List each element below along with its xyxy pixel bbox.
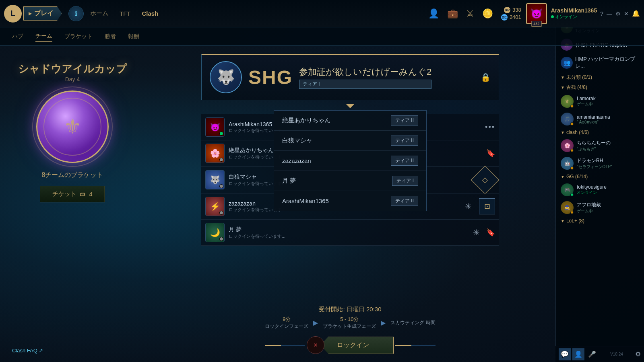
cancel-button[interactable]: × — [307, 336, 324, 354]
sidebar-user-afro[interactable]: 🧙 アフロ地蔵 ゲーム中 — [556, 199, 644, 216]
phase-arrow-2: ▶ — [381, 319, 386, 327]
player-row-4[interactable]: ArashiMikan1365 ティア II — [274, 191, 426, 211]
amami-info: amamiamaama " Αφύπνιση" — [577, 114, 639, 124]
loot-icon[interactable]: 🪙 — [482, 8, 493, 19]
section-header-uncategorized[interactable]: ▼ 未分類 (0/1) — [556, 72, 644, 82]
subnav-reward[interactable]: 報酬 — [128, 31, 139, 42]
chat-icon-btn[interactable]: 💬 — [559, 348, 571, 360]
progress-fill-left — [265, 345, 281, 346]
player-name-2: zazazazan — [282, 157, 311, 164]
position-icon-3: ⊡ — [479, 198, 495, 214]
member-status-online — [219, 132, 223, 136]
asterisk-icon-4[interactable]: ✳ — [473, 228, 480, 237]
subnav-winner[interactable]: 勝者 — [105, 31, 116, 42]
be-icon: BE — [501, 14, 508, 21]
bell-icon[interactable]: 🔔 — [632, 10, 640, 17]
player-name-1: 白狼マシャ — [282, 137, 312, 144]
sidebar-user-lamorak[interactable]: 🗡 Lamorak ゲーム中 — [556, 93, 644, 110]
player-row-2[interactable]: zazazazan ティア II — [274, 151, 426, 171]
diamond-position-icon-2: ◇ — [471, 166, 500, 194]
progress-fill-right — [395, 345, 411, 346]
help-button[interactable]: ? — [600, 10, 603, 17]
ticket-button[interactable]: チケット 🎟 4 — [40, 186, 105, 202]
bookmark-icon-4[interactable]: 🔖 — [486, 228, 495, 237]
arrow-uncategorized: ▼ — [561, 75, 565, 80]
member-actions-4: ✳ 🔖 — [473, 228, 495, 237]
minimize-button[interactable]: — — [607, 10, 612, 17]
nav-home[interactable]: ホーム — [90, 8, 108, 19]
ticket-icon: 🎟 — [80, 191, 86, 197]
dots-icon-0[interactable]: ••• — [485, 123, 495, 132]
notification-icon[interactable]: ℹ — [68, 6, 84, 21]
member-avatar-0: 😈 — [205, 117, 225, 137]
team-full-name: 参加証が欲しいだけげーみんぐ2 — [299, 66, 431, 78]
window-controls: ? — ⚙ ✕ — [600, 10, 629, 17]
doramon-status: "セラフィーンOTP" — [577, 164, 639, 170]
subnav: ハブ チーム ブラケット 勝者 報酬 — [0, 27, 644, 46]
subnav-bracket[interactable]: ブラケット — [64, 31, 93, 42]
tier-badge-2: ティア II — [391, 156, 418, 166]
section-label-gg: GG (6/14) — [566, 174, 588, 179]
sidebar-group-hmp[interactable]: 👥 HMP ハッピーマカロンプレ... — [556, 53, 644, 72]
mic-icon-btn[interactable]: 🎤 — [586, 348, 598, 360]
sidebar-avatar-afro: 🧙 — [561, 201, 574, 214]
chirachin-info: ちらちんちーの "ぷちもぎ" — [577, 140, 639, 152]
tier-badge-0: ティア II — [391, 115, 418, 125]
play-button[interactable]: プレイ — [23, 6, 62, 21]
profile-icon[interactable]: 👤 — [428, 8, 439, 19]
close-button[interactable]: ✕ — [624, 10, 629, 17]
subnav-hub[interactable]: ハブ — [12, 31, 23, 42]
nav-clash[interactable]: Clash — [142, 8, 159, 19]
player-name-4: ArashiMikan1365 — [282, 197, 329, 204]
amami-status: " Αφύπνιση" — [577, 120, 639, 124]
phase1-label: ロックインフェーズ — [265, 323, 308, 330]
phase2-time: 5 - 10分 — [323, 316, 376, 323]
lock-in-button[interactable]: ロックイン — [320, 337, 394, 354]
status-dot-online — [551, 15, 554, 18]
main-content: シャドウアイルカップ Day 4 8チームのブラケット チケット 🎟 4 🐺 S… — [0, 46, 555, 362]
tier-badge-3: ティア I — [392, 176, 418, 186]
player-row-3[interactable]: 月 夢 ティア I — [274, 171, 426, 191]
sidebar-user-chirachin[interactable]: 🌸 ちらちんちーの "ぷちもぎ" — [556, 137, 644, 154]
player-name-0: 絶星あかりちゃん — [282, 117, 330, 124]
member-actions-0: ••• — [485, 123, 495, 132]
lamorak-status: ゲーム中 — [577, 101, 639, 107]
section-label-kozan: 古残 (4/8) — [566, 84, 587, 91]
phases-row: 9分 ロックインフェーズ ▶ 5 - 10分 ブラケット生成フェーズ ▶ スカウ… — [265, 316, 435, 330]
shop-icon[interactable]: ⚔ — [466, 8, 474, 19]
arrow-lolplus: ▼ — [561, 219, 565, 223]
sidebar-avatar-lamorak: 🗡 — [561, 95, 574, 108]
bottom-bar-icons: 💬 👤 🎤 — [559, 348, 598, 360]
rp-amount: 338 — [512, 7, 521, 13]
member-status-4 — [219, 237, 223, 241]
registration-text: 受付開始: 日曜日 20:30 — [319, 306, 381, 313]
rp-currency: RP 338 — [504, 7, 521, 13]
bookmark-icon-1[interactable]: 🔖 — [486, 149, 495, 158]
player-row-0[interactable]: 絶星あかりちゃん ティア II — [274, 111, 426, 131]
settings-icon-bottom[interactable]: ⚙ — [635, 350, 641, 358]
profile-area[interactable]: 😈 432 ArashiMikan1365 オンライン — [526, 3, 597, 24]
player-row-1[interactable]: 白狼マシャ ティア II — [274, 131, 426, 151]
nav-tft[interactable]: TFT — [120, 8, 131, 19]
profile-icon-btn[interactable]: 👤 — [572, 348, 584, 360]
subnav-team[interactable]: チーム — [35, 31, 52, 42]
nav-links: ホーム TFT Clash — [90, 8, 428, 19]
logo[interactable]: L — [4, 5, 22, 23]
section-header-gg[interactable]: ▼ GG (6/14) — [556, 172, 644, 181]
section-header-kozan[interactable]: ▼ 古残 (4/8) — [556, 82, 644, 93]
lock-in-section: × ロックイン — [265, 336, 436, 354]
clash-faq-link[interactable]: Clash FAQ ↗ — [12, 347, 43, 354]
friends-icon[interactable]: 💼 — [447, 8, 458, 19]
sidebar-user-doramon[interactable]: 🤖 ドラモンRH "セラフィーンOTP" — [556, 154, 644, 172]
sidebar-user-tokity[interactable]: 🎮 tokityousigure オンライン — [556, 181, 644, 199]
section-header-clash[interactable]: ▼ clash (4/6) — [556, 128, 644, 137]
section-header-lolplus[interactable]: ▼ LoL+ (8) — [556, 216, 644, 225]
settings-button[interactable]: ⚙ — [615, 10, 621, 17]
bracket-info: 8チームのブラケット — [42, 171, 103, 179]
asterisk-icon-3[interactable]: ✳ — [465, 202, 472, 211]
doramon-name: ドラモンRH — [577, 157, 639, 164]
sidebar-user-amami[interactable]: 🎵 amamiamaama " Αφύπνιση" — [556, 110, 644, 128]
registration-row: 受付開始: 日曜日 20:30 — [319, 306, 381, 313]
cup-day: Day 4 — [65, 76, 80, 82]
profile-avatar: 😈 432 — [526, 3, 547, 24]
